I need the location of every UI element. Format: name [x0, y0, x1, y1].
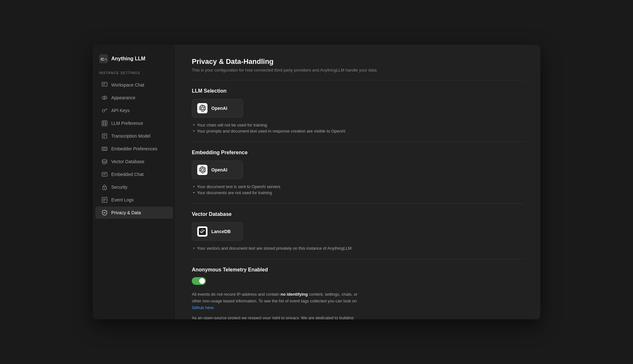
page-subtitle: This is your configuration for how conne…	[192, 68, 524, 72]
embedding-preference-section: Embedding Preference OpenAI Your documen…	[192, 150, 524, 196]
sidebar-item-label: Embedder Preferences	[111, 146, 157, 151]
telemetry-text-2: As an open-source project we respect you…	[192, 315, 358, 319]
sidebar: ⊂∩ Anything LLM INSTANCE SETTINGS Worksp…	[93, 45, 176, 319]
llm-bullets: Your chats will not be used for training…	[192, 122, 524, 134]
llm-bullet-1: Your chats will not be used for training	[192, 122, 524, 128]
embedding-bullet-1: Your document text is sent to OpenAI ser…	[192, 184, 524, 190]
sidebar-item-api-keys[interactable]: API Keys	[95, 104, 173, 117]
llm-icon	[102, 120, 107, 126]
embedder-icon	[102, 146, 107, 152]
sidebar-item-privacy-data[interactable]: Privacy & Data	[95, 207, 173, 219]
privacy-icon	[102, 210, 107, 216]
vector-bullets: Your vectors and document text are store…	[192, 245, 524, 251]
sidebar-item-label: Workspace Chat	[111, 82, 144, 87]
logo-icon: ⊂∩	[99, 54, 108, 63]
llm-bullet-2: Your prompts and document text used in r…	[192, 128, 524, 134]
telemetry-bold: no identifying	[281, 292, 308, 297]
eye-icon	[102, 95, 107, 101]
svg-point-6	[104, 97, 106, 99]
lancedb-icon	[197, 226, 207, 237]
sidebar-item-label: Privacy & Data	[111, 210, 141, 215]
header-divider	[192, 80, 524, 80]
telemetry-text-part1: All events do not record IP-address and …	[192, 292, 281, 297]
llm-divider	[192, 142, 524, 142]
telemetry-text2: As an open-source project we respect you…	[192, 315, 357, 319]
vector-divider	[192, 259, 524, 259]
telemetry-section: Anonymous Telemetry Enabled All events d…	[192, 267, 524, 319]
svg-rect-12	[103, 122, 104, 123]
sidebar-item-event-logs[interactable]: Event Logs	[95, 194, 173, 206]
key-icon	[102, 108, 107, 113]
sidebar-item-vector-database[interactable]: Vector Database	[95, 155, 173, 168]
telemetry-text-1: All events do not record IP-address and …	[192, 291, 358, 311]
vector-section-title: Vector Database	[192, 211, 524, 217]
chat-icon	[102, 82, 107, 88]
llm-provider-name: OpenAI	[211, 106, 227, 111]
sidebar-item-label: Embedded Chat	[111, 172, 144, 177]
telemetry-toggle[interactable]	[192, 277, 206, 285]
llm-provider-card: OpenAI	[192, 99, 243, 118]
sidebar-section-label: INSTANCE SETTINGS	[93, 71, 176, 79]
sidebar-item-embedder-preferences[interactable]: Embedder Preferences	[95, 143, 173, 155]
llm-selection-section: LLM Selection OpenAI Your chats will not…	[192, 88, 524, 134]
github-link[interactable]: Github here	[192, 305, 214, 310]
svg-point-5	[102, 96, 107, 99]
embedding-provider-card: OpenAI	[192, 161, 243, 179]
embedding-divider	[192, 203, 524, 204]
svg-rect-14	[103, 124, 104, 125]
svg-rect-11	[102, 121, 107, 126]
page-title: Privacy & Data-Handling	[192, 57, 524, 66]
page-header: Privacy & Data-Handling This is your con…	[192, 57, 524, 72]
database-icon	[102, 159, 107, 164]
lock-icon	[102, 184, 107, 190]
sidebar-item-label: Security	[111, 185, 128, 190]
svg-rect-4	[103, 84, 105, 85]
openai-embedding-icon	[197, 165, 207, 175]
app-name: Anything LLM	[111, 56, 145, 62]
vector-provider-card: LanceDB	[192, 222, 243, 241]
telemetry-toggle-wrapper	[192, 277, 524, 286]
app-logo: ⊂∩ Anything LLM	[93, 51, 176, 71]
svg-point-24	[102, 159, 107, 161]
main-content: Privacy & Data-Handling This is your con…	[176, 45, 540, 319]
svg-text:⊂∩: ⊂∩	[100, 57, 107, 62]
svg-point-7	[102, 110, 105, 112]
openai-svg-llm	[199, 105, 206, 112]
sidebar-item-label: Appearance	[111, 95, 136, 100]
sidebar-item-transcription-model[interactable]: Transcription Model	[95, 130, 173, 142]
log-icon	[102, 197, 107, 203]
llm-section-title: LLM Selection	[192, 88, 524, 94]
svg-rect-3	[103, 83, 106, 84]
embedding-section-title: Embedding Preference	[192, 150, 524, 155]
vector-bullet-1: Your vectors and document text are store…	[192, 245, 524, 251]
app-window: ⊂∩ Anything LLM INSTANCE SETTINGS Worksp…	[93, 45, 540, 319]
sidebar-item-label: Event Logs	[111, 197, 134, 202]
lancedb-svg	[199, 228, 206, 235]
telemetry-title: Anonymous Telemetry Enabled	[192, 267, 524, 273]
embedding-bullets: Your document text is sent to OpenAI ser…	[192, 184, 524, 196]
sidebar-item-workspace-chat[interactable]: Workspace Chat	[95, 79, 173, 91]
sidebar-item-label: LLM Preference	[111, 121, 143, 126]
sidebar-item-embedded-chat[interactable]: Embedded Chat	[95, 168, 173, 180]
svg-rect-13	[105, 122, 106, 123]
svg-rect-25	[102, 172, 107, 176]
svg-rect-15	[105, 124, 106, 125]
embedding-provider-name: OpenAI	[211, 167, 227, 172]
embedding-bullet-2: Your documents are not used for training	[192, 190, 524, 196]
sidebar-item-security[interactable]: Security	[95, 181, 173, 193]
transcription-icon	[102, 133, 107, 139]
vector-database-section: Vector Database LanceDB Your vectors and…	[192, 211, 524, 251]
vector-provider-name: LanceDB	[211, 229, 231, 234]
sidebar-item-label: Transcription Model	[111, 133, 150, 139]
telemetry-text-part3: .	[214, 305, 215, 310]
embedded-icon	[102, 171, 107, 177]
sidebar-item-label: API Keys	[111, 108, 130, 113]
sidebar-item-label: Vector Database	[111, 159, 145, 164]
sidebar-item-llm-preference[interactable]: LLM Preference	[95, 117, 173, 129]
openai-llm-icon	[197, 103, 207, 113]
sidebar-item-appearance[interactable]: Appearance	[95, 92, 173, 104]
svg-point-27	[104, 188, 105, 189]
openai-svg-embedding	[199, 166, 206, 173]
